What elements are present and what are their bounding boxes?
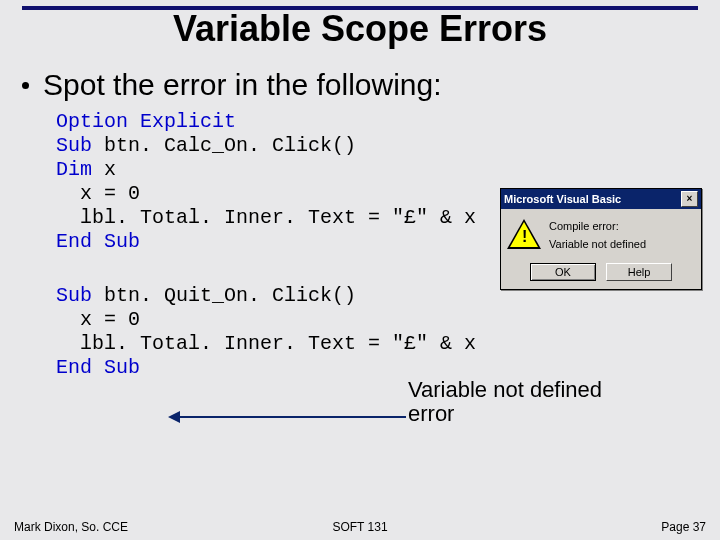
dialog-buttons: OK Help [501,259,701,289]
dialog-message: Compile error: Variable not defined [549,219,646,253]
annot-line1: Variable not defined [408,377,602,402]
ok-button[interactable]: OK [530,263,596,281]
code1-l5: lbl. Total. Inner. Text = "£" & x [56,206,476,229]
dialog-title-text: Microsoft Visual Basic [504,193,681,205]
dialog-titlebar[interactable]: Microsoft Visual Basic × [501,189,701,209]
code1-l4: x = 0 [56,182,140,205]
sub-name-1: btn. Calc_On. Click() [92,134,356,157]
dialog-msg-line1: Compile error: [549,219,646,233]
dialog-body: ! Compile error: Variable not defined [501,209,701,259]
dialog-msg-line2: Variable not defined [549,237,646,251]
kw-dim: Dim [56,158,92,181]
error-dialog: Microsoft Visual Basic × ! Compile error… [500,188,702,290]
annotation-arrow [178,416,406,418]
sub-name-2: btn. Quit_On. Click() [92,284,356,307]
footer-right: Page 37 [661,520,706,534]
footer-left: Mark Dixon, So. CCE [14,520,128,534]
help-button[interactable]: Help [606,263,672,281]
kw-sub-2: Sub [56,284,92,307]
bullet-row: Spot the error in the following: [22,68,720,102]
kw-end-sub-1: End Sub [56,230,140,253]
annotation-label: Variable not defined error [408,378,602,426]
warning-icon: ! [507,219,541,253]
kw-end-sub-2: End Sub [56,356,140,379]
code2-l3: lbl. Total. Inner. Text = "£" & x [56,332,476,355]
annot-line2: error [408,401,454,426]
code2-l2: x = 0 [56,308,140,331]
bullet-text: Spot the error in the following: [43,68,442,102]
footer-center: SOFT 131 [332,520,387,534]
slide-title: Variable Scope Errors [0,8,720,50]
kw-option-explicit: Option Explicit [56,110,236,133]
code-block-2: Sub btn. Quit_On. Click() x = 0 lbl. Tot… [56,284,720,380]
kw-sub-1: Sub [56,134,92,157]
slide-footer: Mark Dixon, So. CCE SOFT 131 Page 37 [0,520,720,534]
bullet-icon [22,82,29,89]
close-icon[interactable]: × [681,191,698,207]
dim-var: x [92,158,116,181]
